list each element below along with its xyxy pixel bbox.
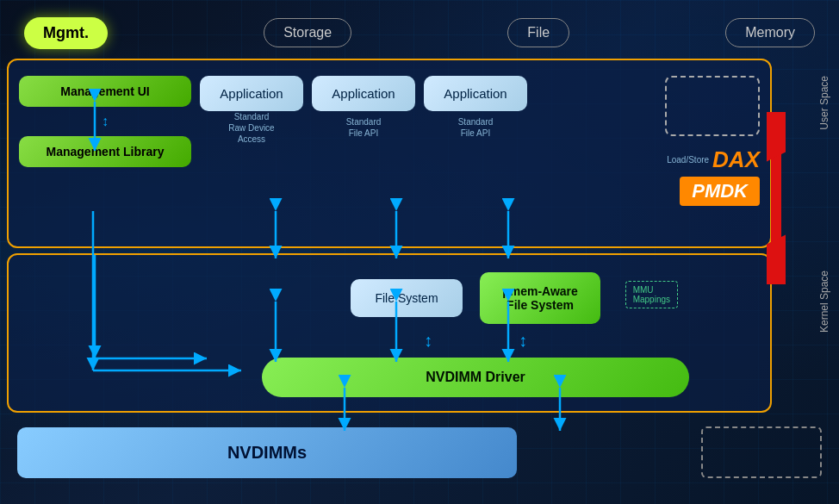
arrow3-label: StandardFile API	[458, 116, 494, 139]
file-system-box: File System	[351, 279, 463, 317]
file-label: File	[507, 18, 569, 47]
big-red-arrow-svg	[767, 112, 786, 284]
fs-row: File System pmem-Aware File System MMU M…	[208, 272, 743, 324]
dashed-app-box	[665, 76, 760, 136]
management-ui-box: Management UI	[19, 76, 191, 107]
pmem-aware-box: pmem-Aware File System	[480, 272, 600, 324]
arrow2-label: StandardFile API	[346, 116, 382, 139]
kernel-mid-col: File System pmem-Aware File System MMU M…	[191, 272, 760, 397]
nvdimms-area: NVDIMMs	[7, 418, 832, 487]
mid-col: Application StandardRaw DeviceAccess App…	[191, 72, 587, 238]
mgmt-arrow: ↕	[19, 114, 191, 129]
app2-box: Application	[312, 76, 415, 111]
kernel-space-box: File System pmem-Aware File System MMU M…	[7, 253, 772, 413]
kernel-inner: File System pmem-Aware File System MMU M…	[19, 267, 760, 402]
main-container: Mgmt. Storage File Memory Management UI …	[7, 7, 832, 497]
pmem-wrapper: pmem-Aware File System MMU Mappings	[480, 272, 600, 324]
memory-label: Memory	[725, 18, 815, 47]
big-red-arrow-container	[767, 112, 786, 284]
management-library-box: Management Library	[19, 136, 191, 167]
fs-arrows-down: ↕ ↕	[208, 331, 743, 351]
app2-group: Application StandardFile API	[312, 76, 415, 140]
nvdimms-dashed-box	[701, 426, 822, 478]
top-labels: Mgmt. Storage File Memory	[7, 7, 832, 59]
app3-box: Application	[424, 76, 527, 111]
mgmt-label: Mgmt.	[24, 17, 108, 49]
user-space-outer: Management UI ↕ Management Library Appli…	[7, 59, 772, 248]
diagram-area: Management UI ↕ Management Library Appli…	[7, 59, 832, 497]
nvdimms-box: NVDIMMs	[17, 427, 517, 478]
left-col: Management UI ↕ Management Library	[19, 72, 191, 238]
right-col: Load/Store DAX PMDK	[587, 72, 760, 238]
storage-label: Storage	[264, 18, 351, 47]
nvdimm-driver-box: NVDIMM Driver	[262, 358, 689, 397]
kernel-space-tag: Kernel Space	[818, 271, 830, 333]
user-space-tag: User Space	[818, 76, 830, 130]
dax-label: DAX	[712, 146, 760, 173]
user-space-box: Management UI ↕ Management Library Appli…	[7, 59, 772, 248]
app3-group: Application StandardFile API	[424, 76, 527, 140]
app1-group: Application StandardRaw DeviceAccess	[200, 76, 303, 140]
app1-box: Application	[200, 76, 303, 111]
mmu-mappings-box: MMU Mappings	[625, 281, 678, 308]
arrow1-label: StandardRaw DeviceAccess	[228, 111, 274, 145]
kernel-left	[19, 267, 191, 402]
nvdimm-driver-wrapper: NVDIMM Driver	[262, 358, 689, 397]
load-store-label: Load/Store	[667, 154, 709, 165]
kernel-space-outer: File System pmem-Aware File System MMU M…	[7, 253, 772, 413]
user-inner: Management UI ↕ Management Library Appli…	[19, 72, 760, 238]
pmdk-label: PMDK	[680, 177, 760, 206]
